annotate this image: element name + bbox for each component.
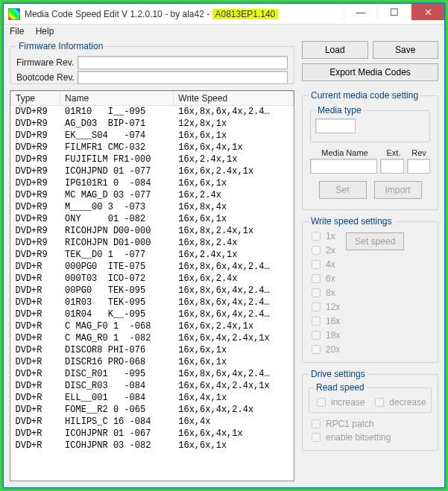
save-button[interactable]: Save <box>373 41 439 59</box>
drive-settings-legend: Drive settings <box>309 369 367 379</box>
app-icon <box>8 8 20 20</box>
table-row[interactable]: DVD+RC MAG_F0 1 -06816x,6x,2.4x,1x <box>11 320 294 332</box>
firmware-rev-label: Firmware Rev. <box>16 57 78 68</box>
media-type-label: Media type <box>315 105 364 115</box>
bootcode-rev-field[interactable] <box>78 71 288 84</box>
set-button[interactable]: Set <box>319 181 367 199</box>
table-row[interactable]: DVD+RC MAG_R0 1 -08216x,6x,4x,2.4x,1x <box>11 332 294 344</box>
read-speed-label: Read speed <box>314 382 367 393</box>
increase-checkbox[interactable]: increase <box>314 396 365 409</box>
window-title: Media Code Speed Edit V 1.2.0.10 - by al… <box>25 9 278 19</box>
table-row[interactable]: DVD+R9RICOHJPN D00-00016x,8x,2.4x,1x <box>11 225 294 237</box>
speed-20x[interactable]: 20x <box>309 343 340 356</box>
table-row[interactable]: DVD+RELL__001 -08416x,4x,1x <box>11 392 294 404</box>
speed-2x[interactable]: 2x <box>309 244 340 257</box>
bitsetting-checkbox[interactable]: enable bitsetting <box>309 431 432 444</box>
titlebar[interactable]: Media Code Speed Edit V 1.2.0.10 - by al… <box>4 4 444 25</box>
table-row[interactable]: DVD+R9FUJIFILM FR1-00016x,2.4x,1x <box>11 153 294 165</box>
speed-8x[interactable]: 8x <box>309 286 340 300</box>
table-row[interactable]: DVD+R901R10 I__-09516x,8x,6x,4x,2.4… <box>11 106 294 118</box>
title-prefix: Media Code Speed Edit V 1.2.0.10 - by al… <box>25 9 212 19</box>
ext-field[interactable] <box>380 159 403 174</box>
current-media-legend: Current media code setting <box>309 90 420 101</box>
read-speed-box: Read speed increase decrease <box>309 382 432 413</box>
table-row[interactable]: DVD+R9ONY 01 -08216x,6x,1x <box>11 213 294 225</box>
media-type-box: Media type <box>310 105 430 142</box>
table-row[interactable]: DVD+RHILIPS_C 16 -08416x,4x <box>11 416 294 428</box>
menubar: File Help <box>4 25 444 38</box>
table-row[interactable]: DVD+RDISCOR8 PHI-07616x,6x,1x <box>11 344 294 356</box>
table-row[interactable]: DVD+RDISCR16 PRO-06816x,6x,1x <box>11 356 294 368</box>
set-speed-button[interactable]: Set speed <box>346 232 404 250</box>
table-row[interactable]: DVD+R9TEK__D0 1 -07716x,2.4x,1x <box>11 249 294 261</box>
table-row[interactable]: DVD+RICOHJPNR 03 -08216x,6x,1x <box>11 440 294 452</box>
media-table[interactable]: TypeNameWrite Speed DVD+R901R10 I__-0951… <box>10 90 294 481</box>
table-row[interactable]: DVD+RDISC_R01 -09516x,8x,6x,4x,2.4… <box>11 368 294 380</box>
window-buttons: — ☐ ✕ <box>344 4 444 20</box>
table-row[interactable]: DVD+R9IPG101R1 0 -08416x,6x,1x <box>11 177 294 189</box>
table-row[interactable]: DVD+R9FILMFR1 CMC-03216x,6x,4x,1x <box>11 142 294 153</box>
firmware-rev-field[interactable] <box>78 56 288 69</box>
table-row[interactable]: DVD+RFOME__R2 0 -06516x,6x,4x,2.4x <box>11 404 294 416</box>
speed-16x[interactable]: 16x <box>309 314 340 328</box>
rev-field[interactable] <box>407 159 430 174</box>
speed-4x[interactable]: 4x <box>309 258 340 271</box>
col-write-speed[interactable]: Write Speed <box>174 92 294 106</box>
col-type[interactable]: Type <box>11 92 60 106</box>
bootcode-rev-label: Bootcode Rev. <box>16 72 78 83</box>
table-row[interactable]: DVD+R9M____00 3 -07316x,8x,4x <box>11 201 294 213</box>
import-button[interactable]: Import <box>374 181 422 199</box>
rpc1-checkbox[interactable]: RPC1 patch <box>309 417 432 431</box>
table-row[interactable]: DVD+R9MC MAG_D 03 -07716x,2.4x <box>11 189 294 201</box>
speed-12x[interactable]: 12x <box>309 300 340 314</box>
table-row[interactable]: DVD+RICOHJPNR 01 -06716x,6x,4x,1x <box>11 428 294 440</box>
decrease-checkbox[interactable]: decrease <box>372 396 426 409</box>
table-row[interactable]: DVD+R01R04 K__-09516x,8x,6x,4x,2.4… <box>11 308 294 320</box>
table-row[interactable]: DVD+R9ICOHJPND 01 -07716x,6x,2.4x,1x <box>11 165 294 177</box>
speed-1x[interactable]: 1x <box>309 229 340 243</box>
title-highlight: A0813EP1.140 <box>212 9 279 19</box>
current-media-group: Current media code setting Media type Me… <box>302 90 438 210</box>
minimize-button[interactable]: — <box>344 4 377 20</box>
drive-settings-group: Drive settings Read speed increase decre… <box>302 369 438 451</box>
media-type-value <box>315 118 356 133</box>
table-row[interactable]: DVD+R000PG0 ITE-07516x,8x,6x,4x,2.4… <box>11 261 294 273</box>
speed-18x[interactable]: 18x <box>309 329 340 342</box>
top-buttons: Load Save Export Media Codes <box>302 41 438 84</box>
maximize-button[interactable]: ☐ <box>377 4 411 20</box>
table-row[interactable]: DVD+R9RICOHJPN D01-00016x,8x,2.4x <box>11 237 294 249</box>
close-button[interactable]: ✕ <box>411 4 444 20</box>
ext-header: Ext. <box>382 148 405 157</box>
menu-help[interactable]: Help <box>36 26 54 37</box>
col-name[interactable]: Name <box>60 92 174 106</box>
table-row[interactable]: DVD+R000T03 ICO-07216x,6x,2.4x <box>11 273 294 285</box>
write-speed-legend: Write speed settings <box>309 216 394 227</box>
menu-file[interactable]: File <box>10 26 24 37</box>
write-speed-group: Write speed settings 1x2x4x6x8x12x16x18x… <box>302 216 438 363</box>
export-media-codes-button[interactable]: Export Media Codes <box>302 63 438 81</box>
firmware-info-group: Firmware Information Firmware Rev. Bootc… <box>10 41 294 84</box>
media-name-header: Media Name <box>310 148 379 157</box>
table-row[interactable]: DVD+RDISC_R03 -08416x,6x,4x,2.4x,1x <box>11 380 294 392</box>
table-row[interactable]: DVD+R9EK___S04 -07416x,6x,1x <box>11 130 294 142</box>
firmware-info-legend: Firmware Information <box>16 41 105 51</box>
load-button[interactable]: Load <box>302 41 368 59</box>
speed-6x[interactable]: 6x <box>309 272 340 285</box>
media-name-field[interactable] <box>310 159 377 174</box>
rev-header: Rev <box>408 148 430 157</box>
table-row[interactable]: DVD+R01R03 TEK-09516x,8x,6x,4x,2.4… <box>11 297 294 308</box>
app-window: Media Code Speed Edit V 1.2.0.10 - by al… <box>3 3 445 488</box>
table-row[interactable]: DVD+R9AG_D03 BIP-07112x,8x,1x <box>11 118 294 130</box>
table-row[interactable]: DVD+R00PG0 TEK-09516x,8x,6x,4x,2.4… <box>11 285 294 297</box>
